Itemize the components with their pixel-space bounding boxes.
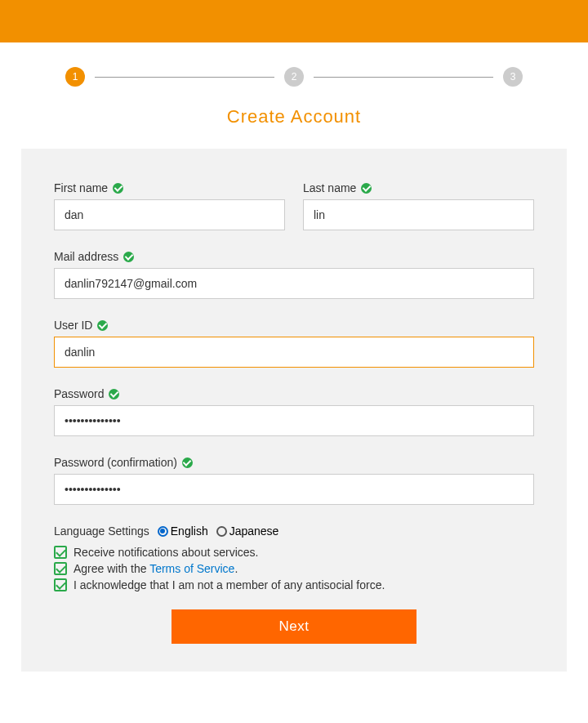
first-name-field: First name: [54, 181, 285, 230]
password-confirm-label: Password (confirmation): [54, 456, 534, 469]
check-circle-icon: [361, 183, 372, 194]
label-text: Mail address: [54, 250, 118, 263]
user-id-label: User ID: [54, 319, 534, 332]
checkbox-checked-icon: [54, 578, 67, 591]
antisocial-checkbox-row[interactable]: I acknowledge that I am not a member of …: [54, 578, 534, 591]
radio-label: English: [171, 524, 208, 538]
password-confirm-field: Password (confirmation): [54, 456, 534, 505]
checkbox-label: I acknowledge that I am not a member of …: [74, 578, 385, 591]
language-english-radio[interactable]: English: [158, 524, 208, 538]
page-title: Create Account: [0, 106, 588, 127]
radio-on-icon: [158, 526, 168, 537]
mail-label: Mail address: [54, 250, 534, 263]
last-name-input[interactable]: [303, 199, 534, 230]
text: Agree with the: [74, 562, 149, 575]
user-id-input[interactable]: [54, 337, 534, 368]
radio-label: Japanese: [229, 524, 279, 538]
first-name-label: First name: [54, 181, 285, 194]
password-confirm-input[interactable]: [54, 474, 534, 505]
label-text: Last name: [303, 181, 356, 194]
mail-field: Mail address: [54, 250, 534, 299]
tos-link[interactable]: Terms of Service: [149, 562, 234, 575]
last-name-field: Last name: [303, 181, 534, 230]
tos-checkbox-row[interactable]: Agree with the Terms of Service.: [54, 562, 534, 575]
step-3: 3: [503, 67, 523, 87]
label-text: Password (confirmation): [54, 456, 177, 469]
notifications-checkbox-row[interactable]: Receive notifications about services.: [54, 546, 534, 559]
form-card: First name Last name Mail address User I…: [21, 149, 567, 672]
label-text: First name: [54, 181, 108, 194]
check-circle-icon: [113, 183, 123, 194]
step-line: [314, 77, 493, 78]
check-circle-icon: [123, 252, 134, 262]
stepper: 1 2 3: [65, 67, 523, 87]
first-name-input[interactable]: [54, 199, 285, 230]
step-1: 1: [65, 67, 85, 87]
checkbox-label: Agree with the Terms of Service.: [74, 562, 238, 575]
label-text: User ID: [54, 319, 92, 332]
top-bar: [0, 0, 588, 42]
label-text: Password: [54, 387, 104, 400]
password-label: Password: [54, 387, 534, 400]
check-circle-icon: [182, 457, 193, 468]
user-id-field: User ID: [54, 319, 534, 368]
last-name-label: Last name: [303, 181, 534, 194]
mail-input[interactable]: [54, 268, 534, 299]
checkbox-checked-icon: [54, 562, 67, 575]
step-line: [95, 77, 274, 78]
password-input[interactable]: [54, 405, 534, 436]
language-row: Language Settings English Japanese: [54, 524, 534, 538]
checkbox-checked-icon: [54, 546, 67, 559]
next-button[interactable]: Next: [172, 609, 416, 644]
check-circle-icon: [97, 320, 108, 331]
checkbox-label: Receive notifications about services.: [74, 546, 258, 559]
step-2: 2: [284, 67, 304, 87]
language-japanese-radio[interactable]: Japanese: [216, 524, 279, 538]
radio-off-icon: [216, 526, 227, 537]
password-field: Password: [54, 387, 534, 436]
text: .: [234, 562, 238, 575]
check-circle-icon: [109, 389, 119, 399]
language-label: Language Settings: [54, 524, 149, 538]
